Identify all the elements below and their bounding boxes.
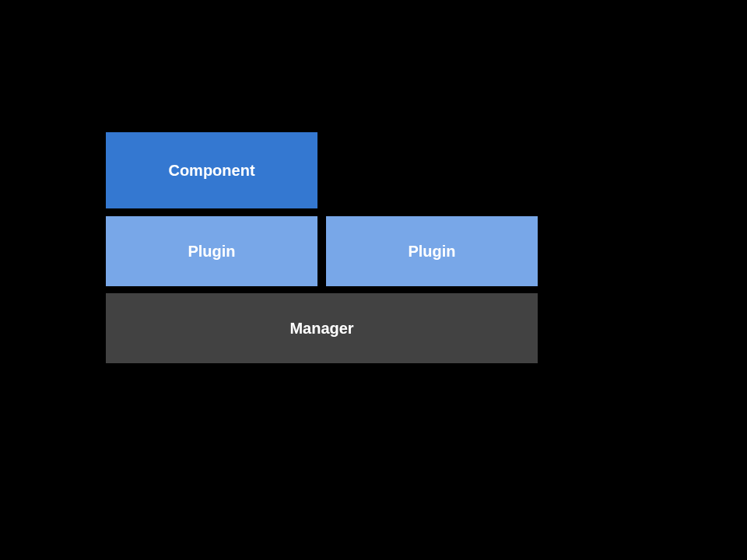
component-label: Component xyxy=(168,162,254,180)
plugin-box-right: Plugin xyxy=(326,216,538,286)
plugin-left-label: Plugin xyxy=(188,243,235,261)
manager-box: Manager xyxy=(106,293,538,363)
plugin-right-label: Plugin xyxy=(408,243,455,261)
component-box: Component xyxy=(106,132,317,208)
manager-label: Manager xyxy=(289,320,353,338)
plugin-box-left: Plugin xyxy=(106,216,317,286)
